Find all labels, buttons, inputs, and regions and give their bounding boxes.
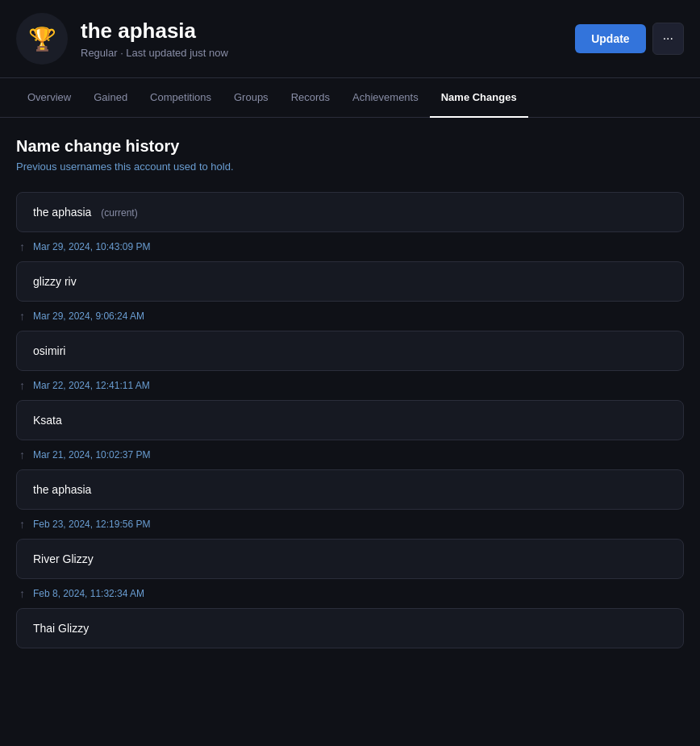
update-button[interactable]: Update [575, 24, 645, 53]
timestamp-row: ↑ Mar 21, 2024, 10:02:37 PM [16, 440, 684, 469]
arrow-up-icon: ↑ [19, 240, 25, 253]
tab-records[interactable]: Records [280, 78, 341, 118]
timestamp: Mar 29, 2024, 9:06:24 AM [33, 310, 144, 322]
timestamp-row: ↑ Feb 8, 2024, 11:32:34 AM [16, 579, 684, 608]
section-subtitle: Previous usernames this account used to … [16, 160, 684, 173]
header-info: the aphasia Regular · Last updated just … [81, 19, 575, 58]
main-content: Name change history Previous usernames t… [0, 118, 700, 668]
section-title: Name change history [16, 137, 684, 156]
timestamp: Mar 29, 2024, 10:43:09 PM [33, 241, 150, 252]
timestamp: Mar 22, 2024, 12:41:11 AM [33, 380, 150, 391]
arrow-up-icon: ↑ [19, 379, 25, 392]
timestamp: Mar 21, 2024, 10:02:37 PM [33, 449, 150, 461]
page-title: the aphasia [81, 19, 575, 44]
tab-achievements[interactable]: Achievements [341, 78, 430, 118]
tab-name-changes[interactable]: Name Changes [430, 78, 528, 118]
subtitle-link: used to hold [173, 160, 231, 173]
trophy-icon: 🏆 [28, 26, 56, 52]
name-entry-glizzy-riv: glizzy riv [16, 261, 684, 302]
arrow-up-icon: ↑ [19, 587, 25, 600]
name-entry-river-glizzy: River Glizzy [16, 539, 684, 579]
navigation: Overview Gained Competitions Groups Reco… [0, 78, 700, 118]
name-label: osimiri [33, 344, 65, 357]
arrow-up-icon: ↑ [19, 310, 25, 323]
header: 🏆 the aphasia Regular · Last updated jus… [0, 0, 700, 78]
name-entry-osimiri: osimiri [16, 331, 684, 371]
subtitle-pre: Previous usernames this account [16, 160, 173, 173]
avatar: 🏆 [16, 13, 68, 65]
current-badge: (current) [101, 207, 137, 219]
name-label: Thai Glizzy [33, 622, 89, 635]
name-entry-ksata: Ksata [16, 400, 684, 440]
tab-groups[interactable]: Groups [223, 78, 280, 118]
name-label: the aphasia [33, 483, 91, 496]
more-options-button[interactable]: ··· [652, 23, 684, 55]
timestamp-row: ↑ Mar 29, 2024, 10:43:09 PM [16, 232, 684, 261]
tab-overview[interactable]: Overview [16, 78, 82, 118]
timestamp-row: ↑ Mar 22, 2024, 12:41:11 AM [16, 371, 684, 400]
tab-competitions[interactable]: Competitions [139, 78, 223, 118]
name-entry-thai-glizzy: Thai Glizzy [16, 608, 684, 648]
header-subtitle: Regular · Last updated just now [81, 47, 575, 59]
arrow-up-icon: ↑ [19, 518, 25, 531]
name-entry-current: the aphasia (current) [16, 192, 684, 232]
name-label: River Glizzy [33, 552, 94, 565]
timestamp: Feb 23, 2024, 12:19:56 PM [33, 519, 150, 530]
name-label: Ksata [33, 414, 62, 427]
timestamp-row: ↑ Feb 23, 2024, 12:19:56 PM [16, 510, 684, 539]
name-entry-the-aphasia-old: the aphasia [16, 469, 684, 510]
timestamp-row: ↑ Mar 29, 2024, 9:06:24 AM [16, 302, 684, 331]
name-label: glizzy riv [33, 275, 77, 288]
tab-gained[interactable]: Gained [82, 78, 139, 118]
name-label: the aphasia [33, 206, 91, 219]
timestamp: Feb 8, 2024, 11:32:34 AM [33, 588, 144, 599]
header-actions: Update ··· [575, 23, 684, 55]
arrow-up-icon: ↑ [19, 448, 25, 461]
subtitle-post: . [231, 160, 234, 173]
